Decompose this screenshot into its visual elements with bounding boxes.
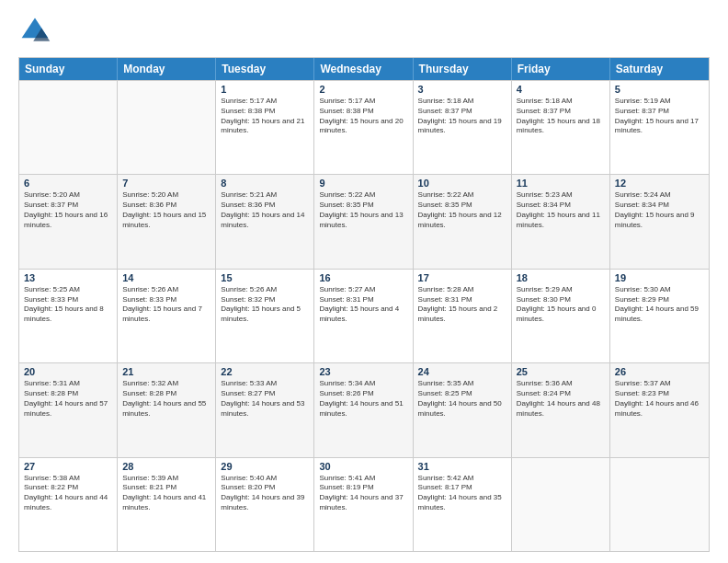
calendar-cell-r4-c2: 29Sunrise: 5:40 AM Sunset: 8:20 PM Dayli… bbox=[216, 458, 314, 551]
day-number: 27 bbox=[24, 461, 112, 472]
calendar-cell-r4-c3: 30Sunrise: 5:41 AM Sunset: 8:19 PM Dayli… bbox=[314, 458, 413, 551]
calendar-cell-r0-c1 bbox=[118, 81, 216, 174]
day-number: 24 bbox=[418, 366, 506, 377]
calendar-cell-r1-c0: 6Sunrise: 5:20 AM Sunset: 8:37 PM Daylig… bbox=[19, 175, 118, 268]
calendar-row-0: 1Sunrise: 5:17 AM Sunset: 8:38 PM Daylig… bbox=[19, 80, 709, 174]
calendar-row-4: 27Sunrise: 5:38 AM Sunset: 8:22 PM Dayli… bbox=[19, 457, 709, 551]
calendar-cell-r1-c1: 7Sunrise: 5:20 AM Sunset: 8:36 PM Daylig… bbox=[118, 175, 216, 268]
calendar-cell-r2-c5: 18Sunrise: 5:29 AM Sunset: 8:30 PM Dayli… bbox=[512, 270, 610, 362]
day-number: 1 bbox=[221, 84, 309, 95]
cell-info: Sunrise: 5:32 AM Sunset: 8:28 PM Dayligh… bbox=[122, 379, 210, 419]
calendar-cell-r0-c2: 1Sunrise: 5:17 AM Sunset: 8:38 PM Daylig… bbox=[216, 81, 314, 174]
calendar-cell-r0-c4: 3Sunrise: 5:18 AM Sunset: 8:37 PM Daylig… bbox=[414, 81, 512, 174]
cell-info: Sunrise: 5:26 AM Sunset: 8:33 PM Dayligh… bbox=[122, 285, 210, 325]
cell-info: Sunrise: 5:28 AM Sunset: 8:31 PM Dayligh… bbox=[418, 285, 506, 325]
cell-info: Sunrise: 5:19 AM Sunset: 8:37 PM Dayligh… bbox=[615, 97, 704, 136]
calendar-cell-r4-c5 bbox=[512, 458, 610, 551]
day-number: 3 bbox=[418, 84, 506, 95]
day-number: 7 bbox=[122, 178, 210, 189]
day-number: 8 bbox=[221, 178, 309, 189]
calendar-cell-r4-c0: 27Sunrise: 5:38 AM Sunset: 8:22 PM Dayli… bbox=[19, 458, 118, 551]
calendar-cell-r3-c0: 20Sunrise: 5:31 AM Sunset: 8:28 PM Dayli… bbox=[19, 363, 118, 456]
cell-info: Sunrise: 5:35 AM Sunset: 8:25 PM Dayligh… bbox=[418, 379, 506, 419]
calendar-row-1: 6Sunrise: 5:20 AM Sunset: 8:37 PM Daylig… bbox=[19, 174, 709, 268]
calendar-row-2: 13Sunrise: 5:25 AM Sunset: 8:33 PM Dayli… bbox=[19, 269, 709, 362]
calendar-cell-r1-c6: 12Sunrise: 5:24 AM Sunset: 8:34 PM Dayli… bbox=[610, 175, 709, 268]
day-number: 14 bbox=[122, 272, 210, 283]
header-day-sunday: Sunday bbox=[19, 58, 118, 80]
calendar-cell-r0-c0 bbox=[19, 81, 118, 174]
header-day-tuesday: Tuesday bbox=[216, 58, 314, 80]
cell-info: Sunrise: 5:37 AM Sunset: 8:23 PM Dayligh… bbox=[615, 379, 704, 419]
cell-info: Sunrise: 5:33 AM Sunset: 8:27 PM Dayligh… bbox=[221, 379, 309, 419]
day-number: 16 bbox=[319, 272, 407, 283]
calendar-header: SundayMondayTuesdayWednesdayThursdayFrid… bbox=[19, 58, 709, 80]
cell-info: Sunrise: 5:18 AM Sunset: 8:37 PM Dayligh… bbox=[517, 97, 605, 136]
calendar-cell-r2-c3: 16Sunrise: 5:27 AM Sunset: 8:31 PM Dayli… bbox=[314, 270, 413, 362]
day-number: 18 bbox=[517, 272, 605, 283]
day-number: 28 bbox=[122, 461, 210, 472]
calendar-cell-r1-c3: 9Sunrise: 5:22 AM Sunset: 8:35 PM Daylig… bbox=[314, 175, 413, 268]
day-number: 31 bbox=[418, 461, 506, 472]
cell-info: Sunrise: 5:17 AM Sunset: 8:38 PM Dayligh… bbox=[319, 97, 407, 136]
calendar-cell-r2-c0: 13Sunrise: 5:25 AM Sunset: 8:33 PM Dayli… bbox=[19, 270, 118, 362]
calendar: SundayMondayTuesdayWednesdayThursdayFrid… bbox=[18, 57, 710, 552]
cell-info: Sunrise: 5:39 AM Sunset: 8:21 PM Dayligh… bbox=[122, 474, 210, 513]
calendar-cell-r3-c2: 22Sunrise: 5:33 AM Sunset: 8:27 PM Dayli… bbox=[216, 363, 314, 456]
cell-info: Sunrise: 5:42 AM Sunset: 8:17 PM Dayligh… bbox=[418, 474, 506, 513]
cell-info: Sunrise: 5:36 AM Sunset: 8:24 PM Dayligh… bbox=[517, 379, 605, 419]
header-day-saturday: Saturday bbox=[610, 58, 709, 80]
day-number: 30 bbox=[319, 461, 407, 472]
cell-info: Sunrise: 5:30 AM Sunset: 8:29 PM Dayligh… bbox=[615, 285, 704, 325]
calendar-cell-r2-c2: 15Sunrise: 5:26 AM Sunset: 8:32 PM Dayli… bbox=[216, 270, 314, 362]
cell-info: Sunrise: 5:17 AM Sunset: 8:38 PM Dayligh… bbox=[221, 97, 309, 136]
calendar-cell-r2-c1: 14Sunrise: 5:26 AM Sunset: 8:33 PM Dayli… bbox=[118, 270, 216, 362]
calendar-cell-r1-c2: 8Sunrise: 5:21 AM Sunset: 8:36 PM Daylig… bbox=[216, 175, 314, 268]
day-number: 23 bbox=[319, 366, 407, 377]
day-number: 12 bbox=[615, 178, 704, 189]
cell-info: Sunrise: 5:22 AM Sunset: 8:35 PM Dayligh… bbox=[418, 190, 506, 230]
calendar-cell-r3-c1: 21Sunrise: 5:32 AM Sunset: 8:28 PM Dayli… bbox=[118, 363, 216, 456]
cell-info: Sunrise: 5:34 AM Sunset: 8:26 PM Dayligh… bbox=[319, 379, 407, 419]
calendar-cell-r3-c6: 26Sunrise: 5:37 AM Sunset: 8:23 PM Dayli… bbox=[610, 363, 709, 456]
logo-icon bbox=[18, 15, 51, 48]
cell-info: Sunrise: 5:20 AM Sunset: 8:36 PM Dayligh… bbox=[122, 190, 210, 230]
cell-info: Sunrise: 5:22 AM Sunset: 8:35 PM Dayligh… bbox=[319, 190, 407, 230]
calendar-cell-r2-c4: 17Sunrise: 5:28 AM Sunset: 8:31 PM Dayli… bbox=[414, 270, 512, 362]
cell-info: Sunrise: 5:26 AM Sunset: 8:32 PM Dayligh… bbox=[221, 285, 309, 325]
day-number: 11 bbox=[517, 178, 605, 189]
day-number: 10 bbox=[418, 178, 506, 189]
calendar-cell-r1-c4: 10Sunrise: 5:22 AM Sunset: 8:35 PM Dayli… bbox=[414, 175, 512, 268]
calendar-cell-r0-c5: 4Sunrise: 5:18 AM Sunset: 8:37 PM Daylig… bbox=[512, 81, 610, 174]
day-number: 20 bbox=[24, 366, 112, 377]
calendar-cell-r0-c3: 2Sunrise: 5:17 AM Sunset: 8:38 PM Daylig… bbox=[314, 81, 413, 174]
cell-info: Sunrise: 5:20 AM Sunset: 8:37 PM Dayligh… bbox=[24, 190, 112, 230]
cell-info: Sunrise: 5:40 AM Sunset: 8:20 PM Dayligh… bbox=[221, 474, 309, 513]
page: SundayMondayTuesdayWednesdayThursdayFrid… bbox=[0, 0, 728, 563]
day-number: 21 bbox=[122, 366, 210, 377]
cell-info: Sunrise: 5:41 AM Sunset: 8:19 PM Dayligh… bbox=[319, 474, 407, 513]
day-number: 19 bbox=[615, 272, 704, 283]
calendar-cell-r4-c1: 28Sunrise: 5:39 AM Sunset: 8:21 PM Dayli… bbox=[118, 458, 216, 551]
calendar-cell-r4-c6 bbox=[610, 458, 709, 551]
header-day-monday: Monday bbox=[118, 58, 216, 80]
header-day-thursday: Thursday bbox=[414, 58, 512, 80]
calendar-body: 1Sunrise: 5:17 AM Sunset: 8:38 PM Daylig… bbox=[19, 80, 709, 551]
cell-info: Sunrise: 5:38 AM Sunset: 8:22 PM Dayligh… bbox=[24, 474, 112, 513]
day-number: 15 bbox=[221, 272, 309, 283]
day-number: 22 bbox=[221, 366, 309, 377]
calendar-cell-r0-c6: 5Sunrise: 5:19 AM Sunset: 8:37 PM Daylig… bbox=[610, 81, 709, 174]
cell-info: Sunrise: 5:25 AM Sunset: 8:33 PM Dayligh… bbox=[24, 285, 112, 325]
header-day-wednesday: Wednesday bbox=[314, 58, 413, 80]
cell-info: Sunrise: 5:24 AM Sunset: 8:34 PM Dayligh… bbox=[615, 190, 704, 230]
day-number: 17 bbox=[418, 272, 506, 283]
day-number: 6 bbox=[24, 178, 112, 189]
logo bbox=[18, 15, 55, 48]
cell-info: Sunrise: 5:31 AM Sunset: 8:28 PM Dayligh… bbox=[24, 379, 112, 419]
cell-info: Sunrise: 5:18 AM Sunset: 8:37 PM Dayligh… bbox=[418, 97, 506, 136]
day-number: 13 bbox=[24, 272, 112, 283]
day-number: 4 bbox=[517, 84, 605, 95]
header-day-friday: Friday bbox=[512, 58, 610, 80]
day-number: 2 bbox=[319, 84, 407, 95]
cell-info: Sunrise: 5:27 AM Sunset: 8:31 PM Dayligh… bbox=[319, 285, 407, 325]
